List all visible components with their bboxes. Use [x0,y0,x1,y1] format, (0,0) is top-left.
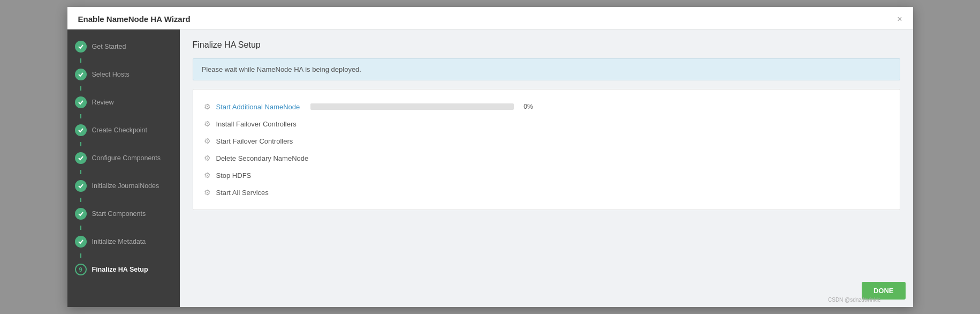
modal: Enable NameNode HA Wizard × Get StartedS… [67,7,913,307]
modal-title-bar: Enable NameNode HA Wizard × [67,7,913,29]
sidebar-connector-2 [80,114,81,118]
task-label-start-failover-controllers: Start Failover Controllers [216,137,293,145]
gear-icon-start-additional-namenode: ⚙ [204,102,211,111]
step-circle-start-components [75,208,87,220]
main-content: Finalize HA Setup Please wait while Name… [180,29,913,307]
task-label-stop-hdfs: Stop HDFS [216,171,252,180]
task-row-install-failover-controllers: ⚙Install Failover Controllers [204,115,889,132]
sidebar-connector-7 [80,253,81,258]
task-label-delete-secondary-namenode: Delete Secondary NameNode [216,154,309,162]
step-circle-configure-components [75,152,87,164]
sidebar: Get StartedSelect HostsReviewCreate Chec… [67,29,180,307]
info-banner: Please wait while NameNode HA is being d… [193,58,900,80]
sidebar-item-start-components[interactable]: Start Components [67,202,180,226]
sidebar-connector-0 [80,58,81,63]
step-circle-select-hosts [75,69,87,80]
sidebar-item-initialize-metadata[interactable]: Initialize Metadata [67,230,180,253]
task-row-start-all-services: ⚙Start All Services [204,184,889,201]
gear-icon-start-failover-controllers: ⚙ [204,137,211,145]
sidebar-connector-5 [80,198,81,202]
sidebar-item-get-started[interactable]: Get Started [67,35,180,58]
gear-icon-start-all-services: ⚙ [204,188,211,197]
modal-close-button[interactable]: × [897,15,902,24]
sidebar-connector-6 [80,226,81,230]
progress-pct-start-additional-namenode: 0% [523,103,540,110]
modal-body: Get StartedSelect HostsReviewCreate Chec… [67,29,913,307]
sidebar-item-label-select-hosts: Select Hosts [92,71,130,78]
task-label-start-additional-namenode: Start Additional NameNode [216,103,300,111]
progress-bar-container-start-additional-namenode [310,103,514,110]
gear-icon-delete-secondary-namenode: ⚙ [204,154,211,162]
sidebar-item-label-initialize-metadata: Initialize Metadata [92,238,146,245]
sidebar-item-configure-components[interactable]: Configure Components [67,146,180,170]
step-circle-initialize-metadata [75,236,87,248]
sidebar-item-finalize-ha-setup[interactable]: 9Finalize HA Setup [67,258,180,281]
sidebar-item-initialize-journalnodes[interactable]: Initialize JournalNodes [67,174,180,198]
sidebar-connector-3 [80,142,81,146]
sidebar-item-review[interactable]: Review [67,91,180,114]
task-row-stop-hdfs: ⚙Stop HDFS [204,167,889,184]
sidebar-item-label-review: Review [92,99,114,106]
task-row-start-additional-namenode: ⚙Start Additional NameNode0% [204,98,889,115]
sidebar-item-label-configure-components: Configure Components [92,154,161,162]
sidebar-item-label-finalize-ha-setup: Finalize HA Setup [92,266,148,273]
task-label-start-all-services: Start All Services [216,189,269,197]
sidebar-item-create-checkpoint[interactable]: Create Checkpoint [67,118,180,142]
gear-icon-stop-hdfs: ⚙ [204,171,211,180]
sidebar-item-select-hosts[interactable]: Select Hosts [67,63,180,86]
sidebar-connector-4 [80,170,81,174]
modal-overlay: Enable NameNode HA Wizard × Get StartedS… [0,0,980,314]
step-circle-finalize-ha-setup: 9 [75,264,87,275]
section-title: Finalize HA Setup [193,40,900,50]
task-label-install-failover-controllers: Install Failover Controllers [216,120,297,128]
step-circle-create-checkpoint [75,124,87,136]
watermark: CSDN @sdnzdtwinkle [828,297,881,303]
sidebar-item-label-create-checkpoint: Create Checkpoint [92,126,148,134]
step-circle-review [75,96,87,108]
sidebar-item-label-initialize-journalnodes: Initialize JournalNodes [92,182,159,190]
step-circle-initialize-journalnodes [75,180,87,192]
task-row-delete-secondary-namenode: ⚙Delete Secondary NameNode [204,149,889,167]
step-circle-get-started [75,41,87,53]
task-row-start-failover-controllers: ⚙Start Failover Controllers [204,132,889,149]
modal-title: Enable NameNode HA Wizard [78,14,191,24]
sidebar-item-label-get-started: Get Started [92,43,126,50]
sidebar-connector-1 [80,86,81,91]
sidebar-item-label-start-components: Start Components [92,210,146,218]
gear-icon-install-failover-controllers: ⚙ [204,119,211,128]
steps-panel: ⚙Start Additional NameNode0%⚙Install Fai… [193,89,900,210]
